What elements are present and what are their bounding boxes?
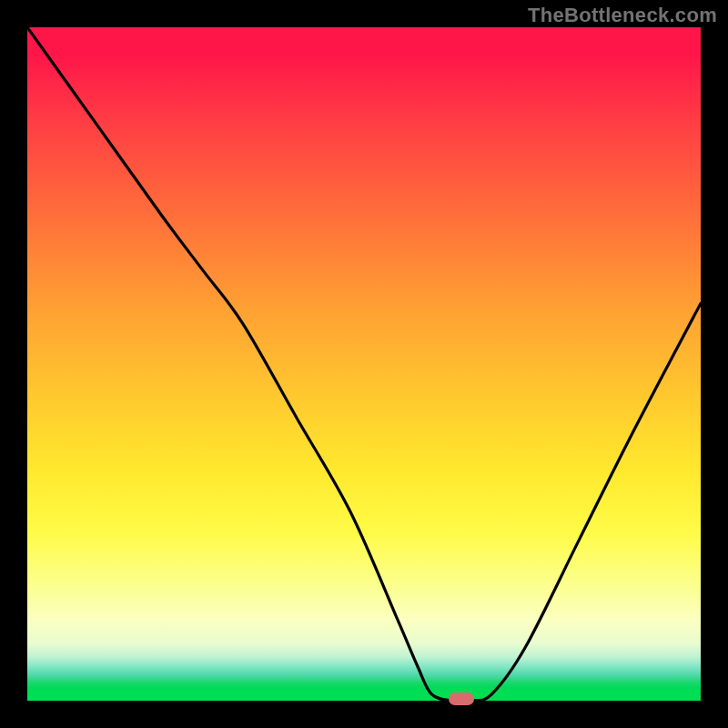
bottleneck-curve	[27, 27, 701, 701]
plot-area	[27, 27, 701, 701]
chart-stage: TheBottleneck.com	[0, 0, 728, 728]
watermark-text: TheBottleneck.com	[528, 4, 717, 27]
optimum-marker	[449, 693, 474, 705]
